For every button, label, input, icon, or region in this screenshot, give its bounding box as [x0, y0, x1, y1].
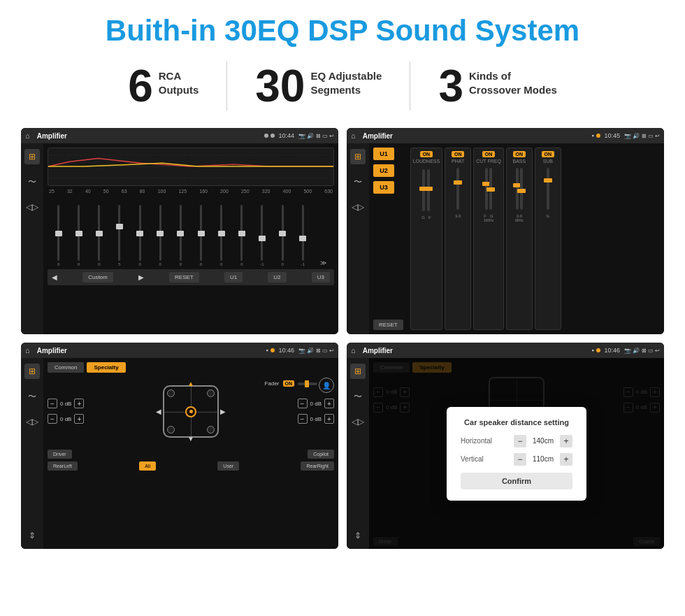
- home-icon-4[interactable]: ⌂: [351, 346, 356, 354]
- slider-track-2: [78, 205, 80, 261]
- u3-btn-1[interactable]: U3: [312, 272, 330, 282]
- prev-btn[interactable]: ◀: [52, 273, 57, 281]
- cutfreq-sliders: [485, 165, 492, 213]
- u2-btn[interactable]: U2: [373, 164, 394, 177]
- db-minus-4[interactable]: −: [298, 414, 308, 424]
- wave-icon-4[interactable]: 〜: [350, 389, 366, 404]
- wave-icon-2[interactable]: 〜: [350, 174, 366, 189]
- copilot-btn[interactable]: Copilot: [308, 450, 334, 459]
- u3-btn[interactable]: U3: [373, 181, 394, 194]
- eq-icon-2[interactable]: ⊞: [350, 149, 366, 164]
- expand-icon-4[interactable]: ⇕: [350, 528, 366, 543]
- eq-slider-6[interactable]: 0: [151, 205, 170, 266]
- status-icons-2: 📷 🔊 ⊠ ▭ ↩: [624, 133, 660, 139]
- status-icons-4: 📷 🔊 ⊠ ▭ ↩: [624, 348, 660, 354]
- db-plus-1[interactable]: +: [74, 399, 84, 408]
- user-btn[interactable]: User: [217, 461, 239, 471]
- eq-slider-2[interactable]: 0: [69, 205, 88, 266]
- arrow-right[interactable]: ▶: [220, 408, 226, 415]
- fader-on-badge[interactable]: ON: [283, 380, 295, 387]
- volume-icon[interactable]: ◁▷: [24, 199, 40, 215]
- phat-on[interactable]: ON: [452, 151, 465, 157]
- app-name-4: Amplifier: [363, 347, 588, 354]
- eq-slider-9[interactable]: 0: [212, 205, 231, 266]
- speaker-main-panel: Common Specialty Fader ON 👤: [43, 358, 338, 549]
- app-name-2: Amplifier: [363, 132, 588, 140]
- arrow-up[interactable]: ▲: [187, 380, 194, 387]
- eq-icon[interactable]: ⊞: [24, 149, 40, 164]
- u2-btn-1[interactable]: U2: [268, 272, 286, 282]
- fader-slider[interactable]: [298, 382, 317, 385]
- eq-icon-3[interactable]: ⊞: [24, 364, 40, 379]
- eq-slider-13[interactable]: -1: [294, 205, 312, 266]
- eq-slider-8[interactable]: 0: [192, 205, 210, 266]
- home-icon-3[interactable]: ⌂: [25, 346, 30, 354]
- db-minus-3[interactable]: −: [298, 399, 308, 408]
- screen-4-content: ⊞ 〜 ◁▷ ⇕ Common Specialty: [347, 358, 664, 549]
- profile-icon[interactable]: 👤: [319, 378, 334, 393]
- sub-on[interactable]: ON: [542, 151, 555, 157]
- db-plus-3[interactable]: +: [324, 399, 334, 408]
- eq-slider-10[interactable]: 0: [232, 205, 251, 266]
- menu-icon-3: ▪: [266, 347, 268, 354]
- fader-label: Fader: [265, 380, 280, 387]
- bass-slider-2[interactable]: [520, 168, 523, 210]
- phat-slider[interactable]: [456, 168, 459, 210]
- eq-slider-11[interactable]: -1: [252, 205, 271, 266]
- arrow-left[interactable]: ◀: [156, 408, 161, 415]
- vertical-plus-btn[interactable]: +: [560, 453, 572, 466]
- tab-specialty[interactable]: Specialty: [87, 362, 125, 373]
- db-plus-4[interactable]: +: [324, 414, 334, 424]
- rearleft-btn[interactable]: RearLeft: [48, 461, 78, 471]
- db-plus-2[interactable]: +: [74, 414, 84, 424]
- expand-icon-3[interactable]: ⇕: [24, 528, 40, 543]
- vertical-minus-btn[interactable]: −: [514, 453, 526, 466]
- phat-values: 3.0: [455, 214, 461, 218]
- wave-icon-3[interactable]: 〜: [24, 389, 40, 404]
- loudness-slider-2[interactable]: [427, 169, 430, 211]
- dot-2: [271, 134, 275, 138]
- all-btn[interactable]: All: [139, 461, 156, 471]
- cutfreq-slider-2[interactable]: [489, 168, 492, 210]
- reset-btn-2[interactable]: RESET: [373, 320, 403, 330]
- custom-btn[interactable]: Custom: [82, 272, 113, 282]
- horizontal-plus-btn[interactable]: +: [560, 435, 572, 447]
- db-minus-2[interactable]: −: [48, 414, 57, 424]
- car-body: [163, 385, 219, 438]
- horizontal-minus-btn[interactable]: −: [514, 435, 526, 447]
- slider-track-7: [180, 205, 182, 261]
- home-icon-2[interactable]: ⌂: [351, 131, 356, 140]
- tab-common[interactable]: Common: [48, 362, 84, 373]
- reset-container: RESET: [373, 320, 403, 330]
- rearright-btn[interactable]: RearRight: [301, 461, 334, 471]
- bass-hz: 90Hz: [515, 218, 524, 222]
- u1-btn-1[interactable]: U1: [224, 272, 243, 282]
- u1-btn[interactable]: U1: [373, 148, 394, 160]
- stat-rca-number: 6: [128, 64, 153, 108]
- reset-btn-1[interactable]: RESET: [169, 272, 199, 282]
- wave-icon[interactable]: 〜: [24, 174, 40, 189]
- eq-slider-4[interactable]: 5: [110, 205, 129, 266]
- eq-icon-4[interactable]: ⊞: [350, 364, 366, 379]
- confirm-button[interactable]: Confirm: [461, 473, 572, 489]
- db-minus-1[interactable]: −: [48, 399, 57, 408]
- driver-btn[interactable]: Driver: [48, 450, 72, 459]
- eq-slider-3[interactable]: 0: [89, 205, 108, 266]
- cutfreq-on[interactable]: ON: [482, 151, 496, 157]
- expand-arrows: ≫: [320, 259, 326, 266]
- volume-icon-4[interactable]: ◁▷: [350, 414, 366, 429]
- loudness-on[interactable]: ON: [420, 151, 433, 157]
- arrow-down[interactable]: ▼: [187, 435, 194, 443]
- eq-expand-btn[interactable]: ≫: [314, 259, 333, 266]
- eq-slider-12[interactable]: 0: [273, 205, 292, 266]
- next-btn[interactable]: ▶: [138, 273, 144, 281]
- volume-icon-2[interactable]: ◁▷: [350, 199, 366, 215]
- home-icon-1[interactable]: ⌂: [25, 131, 30, 140]
- volume-icon-3[interactable]: ◁▷: [24, 414, 40, 429]
- eq-slider-7[interactable]: 0: [171, 205, 190, 266]
- eq-slider-5[interactable]: 0: [131, 205, 150, 266]
- sub-slider[interactable]: [547, 168, 549, 210]
- bass-on[interactable]: ON: [513, 151, 526, 157]
- eq-slider-1[interactable]: 0: [49, 205, 68, 266]
- amp-sections-row: ON LOUDNESS G F ON PHAT: [410, 148, 660, 330]
